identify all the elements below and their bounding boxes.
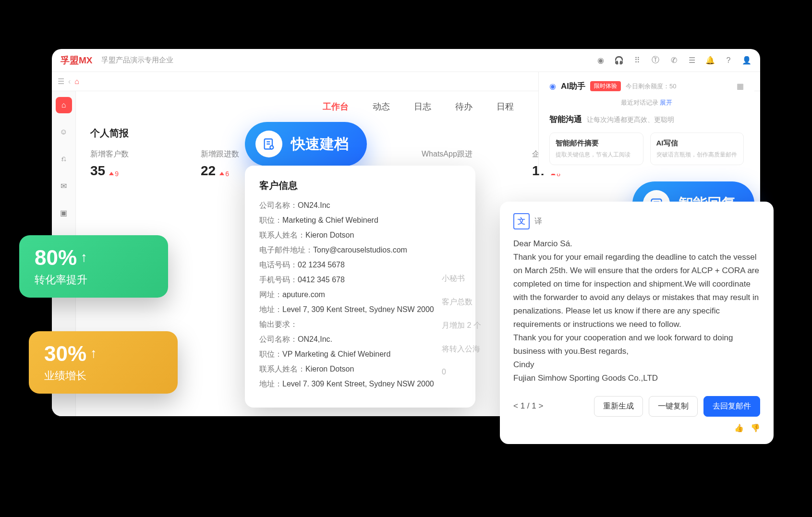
tab-log[interactable]: 日志 xyxy=(414,101,431,112)
customer-info-row: 输出要求： xyxy=(259,320,461,330)
stat-delta: 9 xyxy=(109,170,119,178)
customer-info-row: 联系人姓名：Kieron Dotson xyxy=(259,230,461,240)
logo: 孚盟MX xyxy=(61,54,93,67)
titlebar: 孚盟MX 孚盟产品演示专用企业 ◉ 🎧 ⠿ Ⓣ ✆ ☰ 🔔 ? 👤 xyxy=(52,49,760,72)
sidebar-item-mail[interactable]: ✉ xyxy=(56,178,72,194)
triangle-up-icon xyxy=(109,172,114,175)
stat-label: 新增客户数 xyxy=(90,149,158,159)
qr-icon[interactable]: ▦ xyxy=(737,82,744,91)
result-pager[interactable]: < 1 / 1 > xyxy=(513,401,543,411)
grid-icon[interactable]: ⠿ xyxy=(632,56,642,65)
titlebar-actions: ◉ 🎧 ⠿ Ⓣ ✆ ☰ 🔔 ? 👤 xyxy=(596,56,751,65)
limited-badge: 限时体验 xyxy=(590,81,621,91)
customer-info-title: 客户信息 xyxy=(259,179,461,192)
arrow-up-icon: ↑ xyxy=(90,346,97,361)
sidebar-item-structure[interactable]: ⎌ xyxy=(56,151,72,167)
stat-delta: 6 xyxy=(219,170,229,178)
regenerate-button[interactable]: 重新生成 xyxy=(594,396,643,417)
sidebar-item-archive[interactable]: ▣ xyxy=(56,204,72,221)
list-icon[interactable]: ☰ xyxy=(687,56,697,65)
menu-collapse-icon[interactable]: ☰ xyxy=(58,77,64,86)
home-icon[interactable]: ⌂ xyxy=(74,77,79,86)
customer-info-row: 职位：Marketing & Chief Webinerd xyxy=(259,216,461,226)
stat-item: 新增客户数 35 9 xyxy=(90,149,158,179)
translate-label: 译 xyxy=(534,216,542,227)
letter-t-icon[interactable]: Ⓣ xyxy=(651,56,660,65)
stat-card-conversion: 80%↑ 转化率提升 xyxy=(19,235,168,298)
email-body: Dear Marcio Sá.Thank you for your email … xyxy=(513,237,760,385)
stat-value: 35 xyxy=(90,163,105,179)
stat-value: 22 xyxy=(201,163,216,179)
thumbs-up-icon[interactable]: 👍 xyxy=(734,423,744,433)
customer-info-row: 地址：Level 7. 309 Kent Street, Sydney NSW … xyxy=(259,379,461,389)
triangle-up-icon xyxy=(219,172,224,175)
customer-info-row: 电话号码：02 1234 5678 xyxy=(259,260,461,270)
customer-info-row: 地址：Level 7, 309 Kent Street, Sydney NSW … xyxy=(259,305,461,315)
expand-link[interactable]: 展开 xyxy=(660,99,672,106)
customer-info-row: 公司名称：ON24.Inc xyxy=(259,201,461,211)
quick-create-button[interactable]: 快速建档 xyxy=(245,122,367,166)
tab-schedule[interactable]: 日程 xyxy=(497,101,514,112)
ai-assistant-panel: ◉ AI助手 限时体验 今日剩余额度：50 ▦ 最近对话记录 展开 智能沟通让每… xyxy=(538,72,754,174)
ai-card-summary[interactable]: 智能邮件摘要 提取关键信息，节省人工阅读 xyxy=(549,132,643,165)
customer-info-row: 网址：aputure.com xyxy=(259,290,461,300)
stat-card-growth: 30%↑ 业绩增长 xyxy=(29,331,178,394)
org-name: 孚盟产品演示专用企业 xyxy=(101,56,173,65)
go-reply-button[interactable]: 去回复邮件 xyxy=(703,396,760,417)
thumbs-down-icon[interactable]: 👎 xyxy=(751,423,760,433)
whatsapp-icon[interactable]: ✆ xyxy=(669,56,679,65)
ai-title: AI助手 xyxy=(561,81,585,92)
customer-info-row: 公司名称：ON24,Inc. xyxy=(259,335,461,345)
document-plus-icon xyxy=(255,131,282,157)
headset-icon[interactable]: 🎧 xyxy=(614,56,624,65)
arrow-up-icon: ↑ xyxy=(81,250,87,265)
customer-info-card: 客户信息 公司名称：ON24.Inc职位：Marketing & Chief W… xyxy=(245,166,475,408)
tab-todo[interactable]: 待办 xyxy=(455,101,473,112)
sidebar-item-home[interactable]: ⌂ xyxy=(56,97,72,113)
stat-label: WhatsApp跟进 xyxy=(422,149,489,159)
back-icon[interactable]: ‹ xyxy=(68,77,71,86)
eye-icon[interactable]: ◉ xyxy=(596,56,606,65)
faded-sidebar-text: 小秘书客户总数月增加 2 个将转入公海0 xyxy=(442,274,481,390)
ai-card-write[interactable]: AI写信 突破语言瓶颈，创作高质量邮件 xyxy=(650,132,744,165)
customer-info-row: 手机号码：0412 345 678 xyxy=(259,275,461,285)
smart-comm-header: 智能沟通让每次沟通都更高效、更聪明 xyxy=(549,114,744,125)
bell-icon[interactable]: 🔔 xyxy=(705,56,715,65)
smart-reply-card: 文 译 Dear Marcio Sá.Thank you for your em… xyxy=(500,202,774,444)
ai-quota: 今日剩余额度：50 xyxy=(626,82,676,91)
customer-info-row: 职位：VP Marketing & Chief Webinerd xyxy=(259,349,461,360)
tab-activity[interactable]: 动态 xyxy=(373,101,390,112)
avatar-icon[interactable]: 👤 xyxy=(742,56,751,65)
recent-conv-row: 最近对话记录 展开 xyxy=(549,98,744,107)
help-icon[interactable]: ? xyxy=(724,56,733,65)
customer-info-row: 联系人姓名：Kieron Dotson xyxy=(259,364,461,374)
translate-source-icon[interactable]: 文 xyxy=(513,213,530,229)
ai-icon: ◉ xyxy=(549,82,556,91)
copy-button[interactable]: 一键复制 xyxy=(649,396,698,417)
sidebar-item-contacts[interactable]: ☺ xyxy=(56,124,72,140)
tab-workbench[interactable]: 工作台 xyxy=(323,101,349,112)
customer-info-row: 电子邮件地址：Tony@carouselstudios.com xyxy=(259,245,461,255)
